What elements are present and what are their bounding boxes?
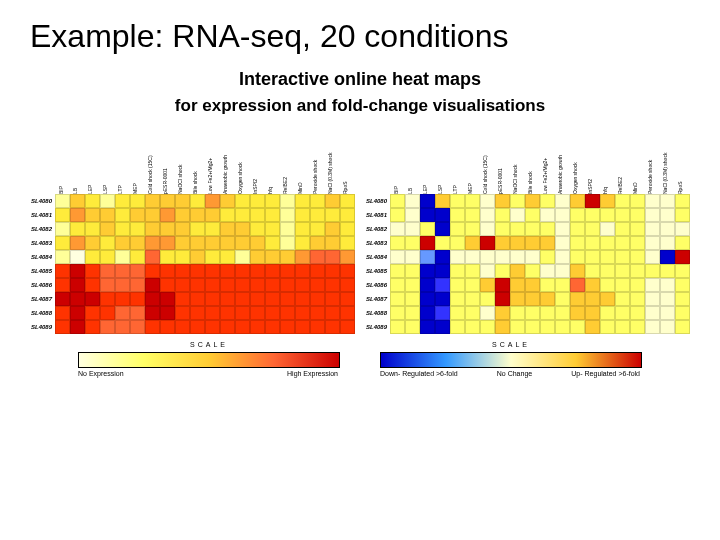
heatmap-cell: [420, 306, 435, 320]
heatmap-cell: [570, 208, 585, 222]
heatmap-cell: [615, 194, 630, 208]
heatmap-cell: [495, 306, 510, 320]
heatmap-cell: [295, 208, 310, 222]
heatmap-cell: [420, 278, 435, 292]
heatmap-cell: [205, 292, 220, 306]
heatmap-cell: [145, 208, 160, 222]
heatmap-cell: [130, 306, 145, 320]
heatmap-cell: [100, 264, 115, 278]
heatmap-cell: [250, 208, 265, 222]
heatmap-cell: [585, 264, 600, 278]
heatmap-cell: [600, 222, 615, 236]
heatmap-cell: [100, 194, 115, 208]
scale-high: High Expression: [287, 370, 338, 378]
heatmap-cell: [510, 222, 525, 236]
heatmap-cell: [265, 222, 280, 236]
heatmap-cell: [510, 306, 525, 320]
heatmap-cell: [465, 278, 480, 292]
column-header: LB: [70, 134, 85, 194]
heatmap-cell: [115, 222, 130, 236]
heatmap-cell: [420, 320, 435, 334]
heatmap-cell: [310, 236, 325, 250]
heatmap-cell: [465, 292, 480, 306]
column-header: LSP: [435, 134, 450, 194]
column-header: pESR-0001: [495, 134, 510, 194]
heatmap-cell: [310, 292, 325, 306]
heatmap-cell: [85, 306, 100, 320]
heatmap-cell: [600, 306, 615, 320]
heatmap-cell: [310, 278, 325, 292]
heatmap-cell: [340, 306, 355, 320]
heatmap-cell: [420, 222, 435, 236]
heatmap-cell: [205, 320, 220, 334]
heatmap-cell: [310, 306, 325, 320]
row-label: SL4082: [30, 222, 55, 236]
heatmap-cell: [390, 208, 405, 222]
column-header: Low Fe2+/Mg2+: [205, 134, 220, 194]
heatmap-cell: [660, 292, 675, 306]
heatmap-cell: [160, 320, 175, 334]
heatmap-cell: [70, 264, 85, 278]
heatmap-cell: [160, 292, 175, 306]
heatmap-cell: [660, 194, 675, 208]
heatmap-cell: [630, 250, 645, 264]
heatmap-cell: [235, 278, 250, 292]
heatmap-cell: [280, 320, 295, 334]
heatmap-cell: [630, 264, 645, 278]
heatmap-cell: [495, 236, 510, 250]
heatmap-cell: [295, 306, 310, 320]
heatmap-cell: [205, 306, 220, 320]
heatmap-cell: [450, 250, 465, 264]
heatmap-cell: [570, 222, 585, 236]
heatmap-cell: [570, 264, 585, 278]
heatmap-cell: [220, 320, 235, 334]
heatmap-cell: [585, 236, 600, 250]
heatmap-cell: [55, 292, 70, 306]
heatmap-cell: [310, 264, 325, 278]
heatmap-cell: [420, 292, 435, 306]
heatmap-cell: [435, 222, 450, 236]
heatmap-cell: [295, 320, 310, 334]
heatmap-cell: [525, 264, 540, 278]
heatmap-cell: [630, 194, 645, 208]
heatmap-cell: [70, 208, 85, 222]
column-header: Cold shock (15C): [145, 134, 160, 194]
heatmap-cell: [405, 208, 420, 222]
heatmap-cell: [100, 320, 115, 334]
heatmap-cell: [510, 264, 525, 278]
heatmap-cell: [495, 194, 510, 208]
heatmap-cell: [115, 320, 130, 334]
column-header: MinD: [630, 134, 645, 194]
heatmap-cell: [190, 194, 205, 208]
heatmap-cell: [220, 194, 235, 208]
heatmap-cell: [250, 320, 265, 334]
heatmap-cell: [675, 250, 690, 264]
row-label: SL4084: [365, 250, 390, 264]
heatmap-cell: [660, 264, 675, 278]
heatmap-cell: [325, 320, 340, 334]
heatmap-cell: [280, 236, 295, 250]
heatmap-cell: [130, 236, 145, 250]
heatmap-cell: [115, 208, 130, 222]
column-header: LTP: [115, 134, 130, 194]
heatmap-cell: [130, 320, 145, 334]
scale-low: No Expression: [78, 370, 124, 378]
heatmap-cell: [390, 292, 405, 306]
heatmap-cell: [600, 194, 615, 208]
heatmap-cell: [420, 236, 435, 250]
column-header: LEP: [85, 134, 100, 194]
heatmap-cell: [310, 222, 325, 236]
subtitle-1: Interactive online heat maps: [30, 69, 690, 90]
heatmap-cell: [420, 250, 435, 264]
heatmap-cell: [265, 264, 280, 278]
heatmap-cell: [495, 320, 510, 334]
heatmap-cell: [85, 320, 100, 334]
heatmap-cell: [435, 278, 450, 292]
heatmap-cell: [115, 306, 130, 320]
heatmap-cell: [510, 236, 525, 250]
heatmap-cell: [130, 264, 145, 278]
heatmap-cell: [420, 194, 435, 208]
heatmap-cell: [660, 306, 675, 320]
heatmap-cell: [205, 208, 220, 222]
heatmap-cell: [615, 306, 630, 320]
